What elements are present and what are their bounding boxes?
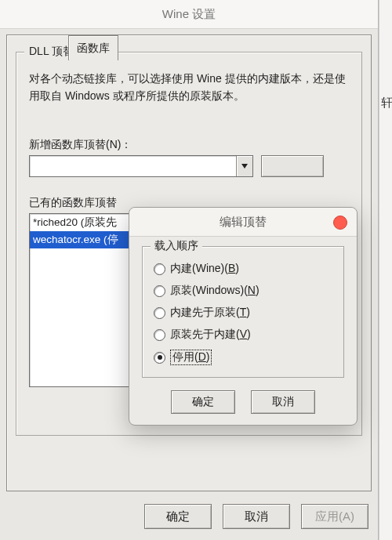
radio-icon [154,263,165,275]
radio-icon [154,285,165,297]
new-override-label: 新增函数库顶替(N)： [29,138,349,152]
new-override-combo[interactable] [29,155,253,177]
dialog-ok-button[interactable]: 确定 [171,390,235,414]
list-item-label: wechatocr.exe (停 [33,234,118,245]
svg-marker-0 [241,164,248,169]
list-item[interactable]: *riched20 (原装先 [30,214,135,231]
dialog-titlebar[interactable]: 编辑顶替 [129,208,357,237]
radio-icon [154,307,165,319]
radio-label: 原装先于内建(V) [170,328,251,342]
load-order-legend: 载入顺序 [151,239,202,253]
ok-label: 确定 [166,509,190,523]
dialog-cancel-label: 取消 [272,395,294,408]
window-title: Wine 设置 [162,7,216,20]
existing-overrides-list[interactable]: *riched20 (原装先 wechatocr.exe (停 [29,213,136,387]
radio-native-then-builtin[interactable]: 原装先于内建(V) [154,324,332,346]
edit-override-dialog: 编辑顶替 载入顺序 内建(Wine)(B) 原装(Windows)(N) 内建先… [129,207,358,426]
radio-icon [154,329,165,341]
radio-disable[interactable]: 停用(D) [154,346,332,369]
main-button-bar: 确定 取消 应用(A) [144,504,368,529]
dialog-title: 编辑顶替 [220,215,267,230]
radio-icon [154,352,165,364]
add-override-button[interactable] [261,155,324,177]
list-item[interactable]: wechatocr.exe (停 [30,231,135,248]
tab-label: 函数库 [77,42,110,54]
cancel-label: 取消 [245,509,268,523]
background-window-sliver: 轩 [379,0,392,540]
tab-libraries[interactable]: 函数库 [68,35,118,60]
list-item-label: *riched20 (原装先 [33,216,117,228]
dll-description: 对各个动态链接库，可以选择使用 Wine 提供的内建版本，还是使用取自 Wind… [29,70,349,105]
dialog-button-bar: 确定 取消 [142,390,344,414]
new-override-input[interactable] [30,156,236,176]
radio-builtin[interactable]: 内建(Wine)(B) [154,258,332,280]
load-order-group: 载入顺序 内建(Wine)(B) 原装(Windows)(N) 内建先于原装(T… [142,246,344,378]
apply-button[interactable]: 应用(A) [301,504,368,529]
radio-native[interactable]: 原装(Windows)(N) [154,280,332,302]
radio-builtin-then-native[interactable]: 内建先于原装(T) [154,302,332,324]
chevron-down-icon [241,164,248,169]
dialog-body: 载入顺序 内建(Wine)(B) 原装(Windows)(N) 内建先于原装(T… [129,237,357,425]
combo-dropdown-button[interactable] [236,156,252,176]
window-titlebar: Wine 设置 [0,0,378,29]
cancel-button[interactable]: 取消 [223,504,290,529]
close-icon[interactable] [333,216,347,230]
dialog-cancel-button[interactable]: 取消 [251,390,315,414]
radio-label: 停用(D) [170,350,212,365]
radio-label: 原装(Windows)(N) [170,284,260,298]
apply-label: 应用(A) [315,509,354,523]
ok-button[interactable]: 确定 [144,504,212,529]
dialog-ok-label: 确定 [192,395,214,408]
radio-label: 内建先于原装(T) [170,306,250,320]
radio-label: 内建(Wine)(B) [170,262,239,276]
clipped-char: 轩 [381,96,392,111]
